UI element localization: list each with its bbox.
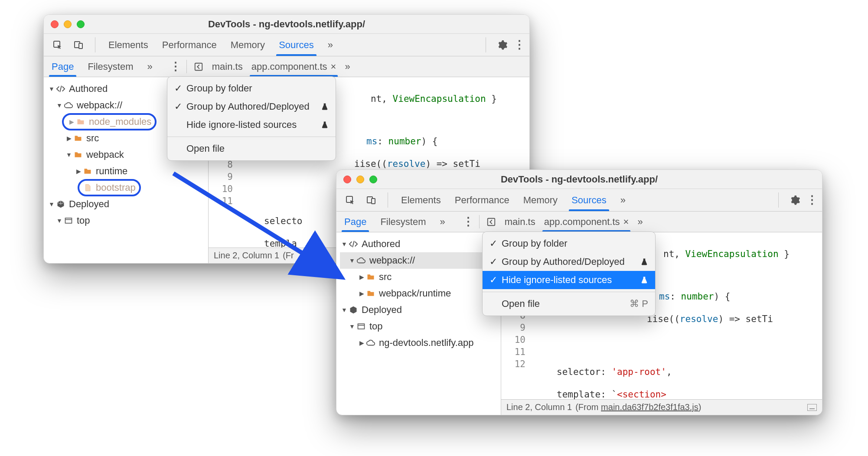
code-icon	[349, 239, 358, 249]
window-title: DevTools - ng-devtools.netlify.app/	[44, 19, 529, 30]
devtools-window-after: DevTools - ng-devtools.netlify.app/ Elem…	[336, 169, 822, 415]
tab-elements[interactable]: Elements	[108, 34, 149, 56]
subtab-page[interactable]: Page	[343, 212, 368, 232]
code-icon	[56, 84, 65, 94]
sources-subbar: Page Filesystem » ⋮ main.ts app.componen…	[44, 56, 529, 77]
tab-performance[interactable]: Performance	[454, 189, 510, 211]
highlight-bootstrap: bootstrap	[78, 179, 141, 196]
filetab-app-component[interactable]: app.component.ts ×	[251, 56, 336, 77]
flask-icon	[640, 276, 648, 284]
tab-memory[interactable]: Memory	[522, 189, 558, 211]
tree-webpack[interactable]: ▼ webpack://	[340, 252, 498, 269]
cube-icon	[349, 305, 358, 315]
sources-subbar: Page Filesystem » ⋮ main.ts app.componen…	[336, 212, 822, 232]
svg-rect-4	[195, 63, 202, 70]
tab-elements[interactable]: Elements	[400, 189, 442, 211]
subtab-page[interactable]: Page	[50, 56, 75, 77]
menu-open-file[interactable]: Open file ⌘ P	[483, 295, 655, 313]
tree-domain[interactable]: ▶ ng-devtools.netlify.app	[340, 335, 498, 351]
drawer-toggle-icon[interactable]	[807, 404, 817, 411]
nav-back-icon[interactable]	[486, 217, 496, 227]
flask-icon	[321, 121, 329, 129]
folder-icon	[83, 166, 92, 176]
tree-authored[interactable]: ▼ Authored	[340, 236, 498, 252]
subtab-overflow[interactable]: »	[438, 212, 447, 232]
close-icon[interactable]: ×	[331, 61, 336, 72]
menu-group-folder[interactable]: ✓ Group by folder	[483, 235, 655, 253]
statusbar: Line 2, Column 1 (From main.da63f7b2fe3f…	[501, 399, 822, 415]
svg-rect-11	[358, 324, 365, 329]
filetab-overflow[interactable]: »	[345, 61, 350, 72]
cube-icon	[56, 199, 65, 209]
svg-rect-10	[488, 218, 495, 225]
tab-sources[interactable]: Sources	[278, 34, 315, 56]
tab-overflow[interactable]: »	[327, 34, 334, 56]
sources-tree: ▼ Authored ▼ webpack:// ▶	[336, 232, 501, 415]
highlight-node-modules: ▶ node_modules	[62, 113, 157, 130]
more-icon[interactable]: ⋮	[514, 38, 525, 52]
filetab-main[interactable]: main.ts	[212, 56, 243, 77]
menu-hide-ignore[interactable]: ✓ Hide ignore-listed sources	[483, 271, 655, 289]
tree-deployed[interactable]: ▼ Deployed	[340, 302, 498, 318]
context-menu: ✓ Group by folder ✓ Group by Authored/De…	[482, 231, 656, 316]
tree-src[interactable]: ▶ src	[340, 269, 498, 285]
sidebar-more-icon[interactable]: ⋮	[463, 215, 474, 228]
settings-icon[interactable]	[790, 195, 800, 205]
close-icon[interactable]: ×	[623, 216, 629, 228]
tab-overflow[interactable]: »	[620, 189, 627, 211]
svg-rect-9	[372, 199, 375, 204]
filetab-main[interactable]: main.ts	[505, 212, 535, 232]
folder-icon	[366, 289, 375, 298]
folder-icon	[366, 272, 375, 282]
filetab-overflow[interactable]: »	[637, 216, 643, 228]
sourcemap-link[interactable]: main.da63f7b2fe3f1fa3.js	[601, 402, 698, 412]
frame-icon	[356, 322, 366, 331]
device-toggle-icon[interactable]	[362, 189, 381, 211]
context-menu: ✓ Group by folder ✓ Group by Authored/De…	[167, 76, 336, 161]
inspect-icon[interactable]	[341, 189, 360, 211]
titlebar[interactable]: DevTools - ng-devtools.netlify.app/	[44, 15, 529, 34]
subtab-overflow[interactable]: »	[146, 56, 154, 77]
tab-memory[interactable]: Memory	[230, 34, 266, 56]
tree-webpack-runtime[interactable]: ▶ webpack/runtime	[340, 285, 498, 302]
panel-tabs: Elements Performance Memory Sources » ⋮	[44, 34, 529, 56]
subtab-filesystem[interactable]: Filesystem	[86, 56, 135, 77]
folder-icon	[73, 134, 83, 143]
flask-icon	[640, 258, 648, 266]
titlebar[interactable]: DevTools - ng-devtools.netlify.app/	[336, 170, 822, 189]
svg-rect-3	[79, 43, 82, 49]
panel-tabs: Elements Performance Memory Sources » ⋮	[336, 189, 822, 212]
cloud-icon	[64, 101, 73, 110]
settings-icon[interactable]	[497, 40, 508, 50]
frame-icon	[64, 216, 73, 225]
flask-icon	[321, 103, 329, 111]
nav-back-icon[interactable]	[194, 62, 203, 72]
tree-top[interactable]: ▼ top	[340, 318, 498, 335]
file-icon	[83, 183, 92, 192]
subtab-filesystem[interactable]: Filesystem	[379, 212, 427, 232]
sidebar-more-icon[interactable]: ⋮	[170, 60, 181, 73]
folder-icon	[73, 150, 83, 160]
tab-sources[interactable]: Sources	[571, 189, 607, 211]
menu-group-authored[interactable]: ✓ Group by Authored/Deployed	[167, 98, 336, 116]
cloud-icon	[356, 256, 366, 265]
more-icon[interactable]: ⋮	[806, 193, 818, 207]
tree-bootstrap[interactable]: bootstrap	[47, 179, 206, 196]
cloud-icon	[366, 338, 375, 348]
inspect-icon[interactable]	[48, 34, 67, 56]
device-toggle-icon[interactable]	[69, 34, 88, 56]
tab-performance[interactable]: Performance	[161, 34, 218, 56]
tree-runtime[interactable]: ▶ runtime	[47, 163, 206, 179]
filetab-app-component[interactable]: app.component.ts ×	[544, 212, 629, 232]
menu-open-file[interactable]: Open file	[167, 140, 336, 158]
svg-rect-5	[65, 218, 72, 223]
tree-deployed[interactable]: ▼ Deployed	[47, 196, 206, 212]
menu-hide-ignore[interactable]: Hide ignore-listed sources	[167, 116, 336, 134]
window-title: DevTools - ng-devtools.netlify.app/	[336, 174, 822, 185]
menu-group-authored[interactable]: ✓ Group by Authored/Deployed	[483, 253, 655, 271]
tree-top[interactable]: ▼ top	[47, 212, 206, 229]
menu-group-folder[interactable]: ✓ Group by folder	[167, 79, 336, 98]
folder-icon	[76, 117, 85, 127]
